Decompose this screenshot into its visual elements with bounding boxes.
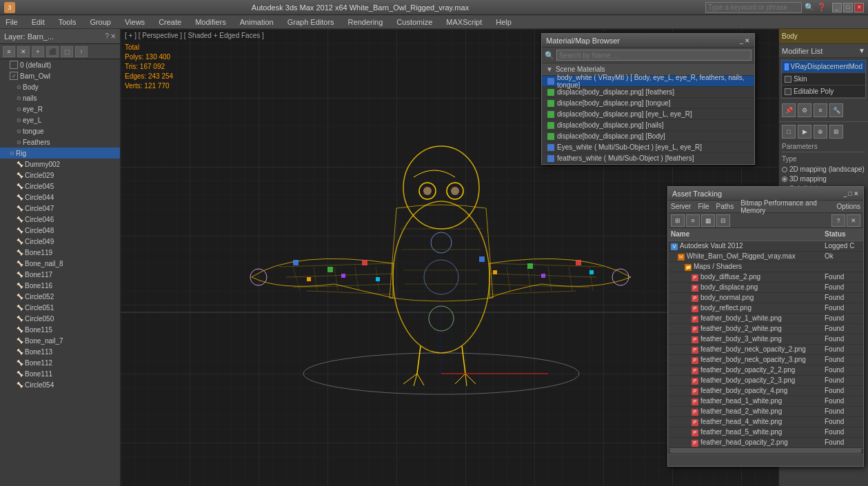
layer-list-item[interactable]: 🦴Circle047 xyxy=(0,203,120,214)
asset-tb-btn-4[interactable]: ⊟ xyxy=(716,214,730,227)
material-item[interactable]: Eyes_white ( Multi/Sub-Object ) [eye_L, … xyxy=(542,142,754,153)
material-item[interactable]: feathers_white ( Multi/Sub-Object ) [fea… xyxy=(542,153,754,164)
help-icon[interactable]: ❓ xyxy=(817,3,827,12)
layer-list-item[interactable]: 0 (default) xyxy=(0,59,120,70)
asset-restore-icon[interactable]: □ xyxy=(849,190,852,197)
asset-table-row[interactable]: MWhite_Barn_Owl_Rigged_vray.maxOk xyxy=(668,251,863,261)
asset-table-row[interactable]: Pbody_normal.pngFound xyxy=(668,292,863,303)
asset-table-row[interactable]: Pfeather_body_neck_opacity_2.pngFound xyxy=(668,344,863,354)
asset-table-row[interactable]: Pfeather_head_4_white.pngFound xyxy=(668,416,863,427)
layer-list-item[interactable]: 🦴Circle048 xyxy=(0,225,120,236)
layer-list-item[interactable]: 🦴Circle029 xyxy=(0,170,120,181)
menu-item-modifiers[interactable]: Modifiers xyxy=(192,18,229,26)
layer-list-item[interactable]: 🦴Circle050 xyxy=(0,313,120,324)
asset-tb-btn-3[interactable]: ▦ xyxy=(701,214,715,227)
layer-list-item[interactable]: 🦴Bone111 xyxy=(0,368,120,379)
asset-table-row[interactable]: Pfeather_body_opacity_2_3.pngFound xyxy=(668,375,863,385)
menu-item-rendering[interactable]: Rendering xyxy=(345,18,386,26)
asset-table-row[interactable]: Pbody_displace.pngFound xyxy=(668,282,863,292)
layer-checkbox[interactable] xyxy=(10,61,18,69)
layer-list-item[interactable]: 🦴Circle046 xyxy=(0,214,120,225)
menu-item-customize[interactable]: Customize xyxy=(394,18,435,26)
layer-list-item[interactable]: 🦴Bone113 xyxy=(0,346,120,357)
search-input[interactable] xyxy=(705,2,802,13)
layer-list-item[interactable]: 🦴Bone_nail_7 xyxy=(0,335,120,346)
layer-list-item[interactable]: ⊙nails xyxy=(0,92,120,103)
material-item[interactable]: body_white ( VRayMtl ) [ Body, eye_L, ey… xyxy=(542,76,754,87)
mat-close-icon[interactable]: ✕ xyxy=(745,37,750,44)
layer-tb-btn-5[interactable]: ⬚ xyxy=(61,46,73,57)
asset-menu-paths[interactable]: Paths xyxy=(716,203,734,210)
asset-table-row[interactable]: Pfeather_head_1_white.pngFound xyxy=(668,396,863,406)
menu-item-tools[interactable]: Tools xyxy=(56,18,79,26)
radio-2d[interactable]: 2D mapping (landscape) xyxy=(782,165,865,173)
menu-item-create[interactable]: Create xyxy=(156,18,184,26)
layer-list-item[interactable]: 🦴Bone115 xyxy=(0,324,120,335)
asset-tb-btn-2[interactable]: ≡ xyxy=(686,214,700,227)
layer-list-item[interactable]: 🦴Bone116 xyxy=(0,280,120,291)
layer-checkbox[interactable]: ✓ xyxy=(10,72,18,80)
layer-list-item[interactable]: ⊙tongue xyxy=(0,125,120,136)
mod-icon-6[interactable]: ▶ xyxy=(798,125,811,139)
layer-tb-btn-3[interactable]: + xyxy=(32,46,44,57)
layer-list-item[interactable]: 🦴Dummy002 xyxy=(0,159,120,170)
layer-list-item[interactable]: ⊙Body xyxy=(0,81,120,92)
mod-icon-4[interactable]: 🔧 xyxy=(829,103,843,117)
mod-icon-7[interactable]: ⊕ xyxy=(814,125,827,139)
modifier-item[interactable]: Skin xyxy=(782,73,865,85)
mod-icon-2[interactable]: ⚙ xyxy=(798,103,811,117)
mod-icon-5[interactable]: □ xyxy=(782,125,796,139)
radio-3d[interactable]: 3D mapping xyxy=(782,175,865,183)
layer-tb-btn-6[interactable]: ↑ xyxy=(75,46,88,57)
asset-table-row[interactable]: Pfeather_body_3_white.pngFound xyxy=(668,334,863,344)
menu-item-animation[interactable]: Animation xyxy=(237,18,276,26)
layer-list-item[interactable]: ⊙eye_L xyxy=(0,114,120,125)
layer-list-item[interactable]: 🦴Circle049 xyxy=(0,236,120,247)
layer-list-item[interactable]: ⊙Feathers xyxy=(0,136,120,148)
asset-tb-btn-close[interactable]: ✕ xyxy=(847,214,860,227)
menu-item-group[interactable]: Group xyxy=(87,18,114,26)
layer-list-item[interactable]: ⊙eye_R xyxy=(0,103,120,114)
material-item[interactable]: displace[body_displace.png] [nails] xyxy=(542,120,754,131)
close-button[interactable]: ✕ xyxy=(854,3,864,12)
layer-list-item[interactable]: 🦴Circle052 xyxy=(0,291,120,302)
maximize-button[interactable]: □ xyxy=(843,3,853,12)
mod-icon-3[interactable]: ≡ xyxy=(814,103,827,117)
asset-menu-file[interactable]: File xyxy=(698,203,709,210)
layer-list-item[interactable]: 🦴Circle054 xyxy=(0,379,120,390)
layer-close-icon[interactable]: ✕ xyxy=(110,32,116,40)
mod-icon-8[interactable]: ⊞ xyxy=(829,125,843,139)
asset-table-row[interactable]: VAutodesk Vault 2012Logged C xyxy=(668,241,863,251)
asset-table-row[interactable]: 📁Maps / Shaders xyxy=(668,261,863,272)
asset-menu-bitmap_performance_and_memory[interactable]: Bitmap Performance and Memory xyxy=(740,199,829,214)
layer-list-item[interactable]: 🦴Bone112 xyxy=(0,357,120,368)
asset-menu-options[interactable]: Options xyxy=(837,203,860,210)
layer-list-item[interactable]: 🦴Circle051 xyxy=(0,302,120,313)
layer-tb-btn-4[interactable]: ⬛ xyxy=(46,46,59,57)
layer-list-item[interactable]: 🦴Circle044 xyxy=(0,192,120,203)
menu-item-graph editors[interactable]: Graph Editors xyxy=(285,18,337,26)
asset-table-row[interactable]: Pbody_reflect.pngFound xyxy=(668,303,863,313)
asset-tb-btn-1[interactable]: ⊞ xyxy=(671,214,685,227)
asset-close-icon[interactable]: ✕ xyxy=(854,190,859,197)
asset-table-row[interactable]: Pfeather_body_1_white.pngFound xyxy=(668,313,863,323)
asset-table-row[interactable]: Pbody_diffuse_2.pngFound xyxy=(668,272,863,282)
asset-table-row[interactable]: Pfeather_body_2_white.pngFound xyxy=(668,323,863,334)
asset-table-row[interactable]: Pfeather_head_opacity_2.pngFound xyxy=(668,437,863,447)
material-item[interactable]: displace[body_displace.png] [tongue] xyxy=(542,98,754,109)
layer-list-item[interactable]: ⊙Rig xyxy=(0,148,120,159)
minimize-button[interactable]: _ xyxy=(832,3,842,12)
asset-minimize-icon[interactable]: _ xyxy=(844,190,847,197)
material-item[interactable]: displace[body_displace.png] [eye_L, eye_… xyxy=(542,109,754,120)
search-icon[interactable]: 🔍 xyxy=(805,3,814,12)
layer-list-item[interactable]: 🦴Bone117 xyxy=(0,269,120,280)
layer-list-item[interactable]: ✓Barn_Owl xyxy=(0,70,120,81)
mat-minimize-icon[interactable]: _ xyxy=(740,37,743,44)
modifier-dropdown-icon[interactable]: ▼ xyxy=(858,47,865,54)
asset-table-row[interactable]: Pfeather_body_opacity_2_2.pngFound xyxy=(668,365,863,375)
asset-table-row[interactable]: Pfeather_head_2_white.pngFound xyxy=(668,406,863,416)
modifier-item[interactable]: Editable Poly xyxy=(782,85,865,98)
asset-menu-server[interactable]: Server xyxy=(671,203,691,210)
layer-help-icon[interactable]: ? xyxy=(105,32,109,40)
asset-table-row[interactable]: Pfeather_body_neck_opacity_3.pngFound xyxy=(668,354,863,365)
